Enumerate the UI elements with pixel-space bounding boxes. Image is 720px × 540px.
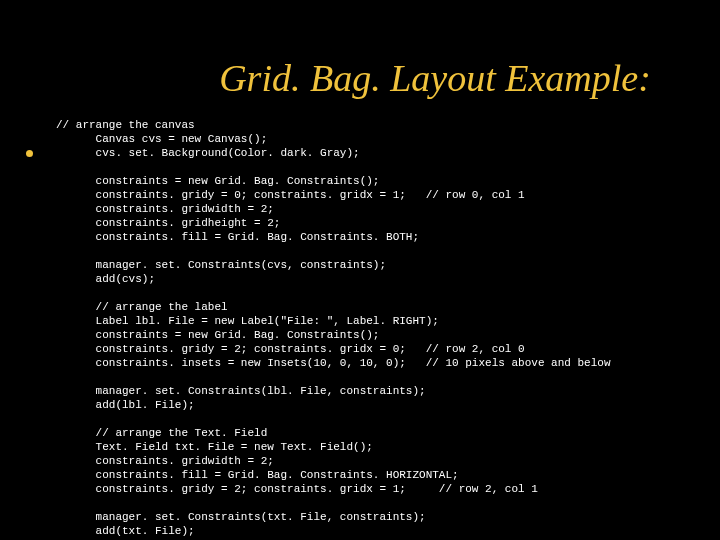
code-line: add(lbl. File); (56, 399, 195, 411)
code-line: // arrange the label (56, 301, 228, 313)
code-line: constraints = new Grid. Bag. Constraints… (56, 175, 379, 187)
code-line: constraints. gridwidth = 2; (56, 203, 274, 215)
slide-title: Grid. Bag. Layout Example: (150, 0, 720, 104)
code-line: constraints. gridheight = 2; (56, 217, 280, 229)
code-line: constraints. fill = Grid. Bag. Constrain… (56, 231, 419, 243)
code-line: constraints. insets = new Insets(10, 0, … (56, 357, 611, 369)
code-line: // arrange the canvas (56, 119, 195, 131)
code-line: constraints. gridy = 2; constraints. gri… (56, 343, 525, 355)
code-line: manager. set. Constraints(txt. File, con… (56, 511, 426, 523)
code-block: // arrange the canvas Canvas cvs = new C… (56, 104, 720, 538)
code-line: manager. set. Constraints(cvs, constrain… (56, 259, 386, 271)
code-line: constraints. gridy = 0; constraints. gri… (56, 189, 525, 201)
code-line: cvs. set. Background(Color. dark. Gray); (56, 147, 360, 159)
code-line: constraints. fill = Grid. Bag. Constrain… (56, 469, 459, 481)
code-line: // arrange the Text. Field (56, 427, 267, 439)
code-line: constraints = new Grid. Bag. Constraints… (56, 329, 379, 341)
code-line: constraints. gridy = 2; constraints. gri… (56, 483, 538, 495)
code-line: add(txt. File); (56, 525, 195, 537)
bullet-icon (26, 150, 33, 157)
code-line: add(cvs); (56, 273, 155, 285)
code-line: Canvas cvs = new Canvas(); (56, 133, 267, 145)
code-line: manager. set. Constraints(lbl. File, con… (56, 385, 426, 397)
code-line: Text. Field txt. File = new Text. Field(… (56, 441, 373, 453)
slide: Grid. Bag. Layout Example: // arrange th… (0, 0, 720, 540)
code-line: constraints. gridwidth = 2; (56, 455, 274, 467)
code-line: Label lbl. File = new Label("File: ", La… (56, 315, 439, 327)
